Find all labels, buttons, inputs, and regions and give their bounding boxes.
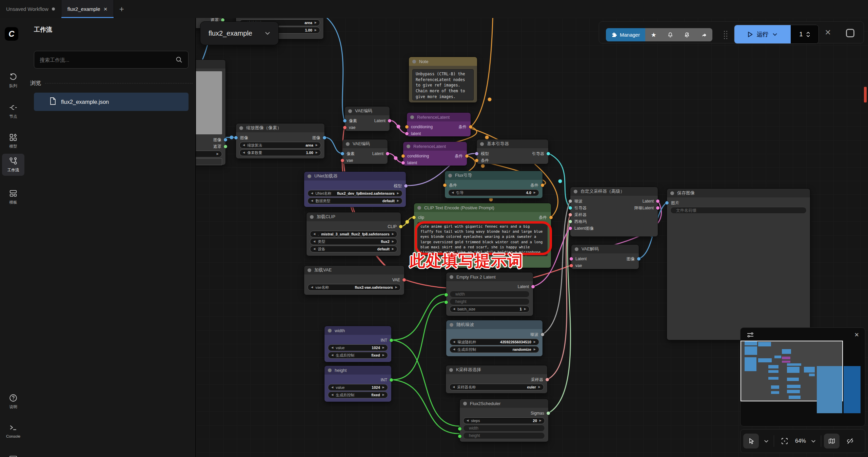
output-slot[interactable] xyxy=(402,278,406,282)
collapse-dot-icon[interactable] xyxy=(575,247,578,251)
pointer-tool-button[interactable] xyxy=(743,434,759,449)
input-slot[interactable] xyxy=(570,257,573,261)
node-header[interactable]: K采样器选择 xyxy=(446,365,547,374)
widget-right-arrow-icon[interactable]: ▶ xyxy=(538,386,540,388)
collapse-dot-icon[interactable] xyxy=(480,142,484,146)
widget-生成后控制[interactable]: ◀生成后控制fixed▶ xyxy=(328,352,388,359)
output-slot[interactable] xyxy=(637,257,640,261)
minimap-toggle-button[interactable] xyxy=(824,434,840,449)
collapse-dot-icon[interactable] xyxy=(448,174,452,177)
widget-生成后控制[interactable]: ◀生成后控制randomize▶ xyxy=(450,346,539,353)
node-header[interactable]: ReferenceLatent xyxy=(407,113,471,121)
manager-button[interactable]: Manager xyxy=(606,28,645,41)
minimap-settings-icon[interactable] xyxy=(747,332,754,339)
input-slot[interactable] xyxy=(570,264,573,267)
widget-缩放算法[interactable]: ◀缩放算法area▶ xyxy=(239,142,321,149)
output-slot[interactable] xyxy=(386,152,389,155)
collapse-dot-icon[interactable] xyxy=(328,368,332,372)
node-reference-latent-1[interactable]: ReferenceLatentconditioning条件latent xyxy=(407,112,471,137)
node-header[interactable]: Flux2Scheduler xyxy=(460,399,548,408)
input-slot[interactable] xyxy=(569,206,572,210)
input-slot[interactable] xyxy=(401,154,405,158)
node-header[interactable]: ReferenceLatent xyxy=(403,142,467,151)
reroute-dot[interactable] xyxy=(488,98,492,101)
new-tab-button[interactable]: + xyxy=(114,0,130,18)
output-slot[interactable] xyxy=(224,145,227,148)
widget-left-arrow-icon[interactable]: ◀ xyxy=(453,386,455,388)
tab-unsaved-workflow[interactable]: Unsaved Workflow xyxy=(0,0,61,18)
node-header[interactable]: 自定义采样器（高级） xyxy=(570,187,658,196)
input-slot[interactable] xyxy=(569,227,572,230)
widget-left-arrow-icon[interactable]: ◀ xyxy=(331,386,333,389)
collapse-dot-icon[interactable] xyxy=(308,268,311,272)
widget-left-arrow-icon[interactable]: ◀ xyxy=(331,346,333,349)
input-slot[interactable] xyxy=(458,435,461,438)
reroute-dot[interactable] xyxy=(558,179,562,183)
input-slot[interactable] xyxy=(569,220,572,223)
bell-icon[interactable] xyxy=(668,32,673,38)
widget-left-arrow-icon[interactable]: ◀ xyxy=(331,354,333,357)
widget-left-arrow-icon[interactable]: ◀ xyxy=(453,341,455,343)
widget-采样器名称[interactable]: ◀采样器名称euler▶ xyxy=(449,384,544,391)
close-icon[interactable]: × xyxy=(825,26,831,38)
sidebar-item-shortcuts[interactable]: Shortcuts xyxy=(2,451,24,457)
widget-类型[interactable]: ◀类型flux2▶ xyxy=(310,238,397,245)
collapse-dot-icon[interactable] xyxy=(310,215,314,219)
collapse-dot-icon[interactable] xyxy=(412,60,416,63)
minimap-close-icon[interactable]: × xyxy=(854,330,859,339)
widget-left-arrow-icon[interactable]: ◀ xyxy=(313,240,315,243)
collapse-dot-icon[interactable] xyxy=(670,191,674,195)
widget-.[interactable]: ◀.mistral_3_small_flux2_fp8.safetensors▶ xyxy=(310,231,397,237)
bell-slash-icon[interactable] xyxy=(684,32,690,38)
collapse-dot-icon[interactable] xyxy=(450,275,453,279)
output-slot[interactable] xyxy=(323,136,326,139)
widget-right-arrow-icon[interactable]: ▶ xyxy=(534,191,536,194)
node-header[interactable]: 随机噪波 xyxy=(446,320,542,329)
node-vae-encode-1[interactable]: VAE编码像素Latentvae xyxy=(344,106,390,131)
input-slot[interactable] xyxy=(405,132,409,135)
input-slot[interactable] xyxy=(445,301,448,304)
widget-right-arrow-icon[interactable]: ▶ xyxy=(382,394,384,396)
side-panel-handle[interactable] xyxy=(864,87,867,102)
widget-right-arrow-icon[interactable]: ▶ xyxy=(524,308,526,310)
comfyui-logo[interactable]: C xyxy=(5,27,18,41)
input-slot[interactable] xyxy=(475,152,478,155)
widget-left-arrow-icon[interactable]: ◀ xyxy=(313,233,315,235)
output-slot[interactable] xyxy=(656,206,659,210)
output-slot[interactable] xyxy=(224,138,227,141)
collapse-dot-icon[interactable] xyxy=(239,126,243,130)
input-slot[interactable] xyxy=(412,216,416,219)
output-slot[interactable] xyxy=(390,378,393,382)
node-header[interactable]: UNet加载器 xyxy=(304,172,406,180)
sidebar-item-models[interactable]: 模型 xyxy=(2,130,24,152)
node-header[interactable]: CLIP Text Encode (Positive Prompt) xyxy=(414,203,551,212)
node-flux-guidance[interactable]: Flux引导条件条件◀引导4.0▶ xyxy=(445,171,543,198)
reroute-dot[interactable] xyxy=(485,136,489,139)
output-slot[interactable] xyxy=(390,339,393,342)
node-header[interactable]: height xyxy=(324,366,391,375)
input-slot[interactable] xyxy=(343,126,347,129)
toolbar-drag-handle[interactable] xyxy=(724,31,728,39)
reroute-dot[interactable] xyxy=(394,156,398,160)
widget-right-arrow-icon[interactable]: ▶ xyxy=(392,233,394,235)
node-sampler-custom[interactable]: 自定义采样器（高级）噪波Latent引导器降噪Latent采样器西格玛Laten… xyxy=(570,187,658,237)
zoom-level[interactable]: 64% xyxy=(795,438,806,444)
node-button[interactable] xyxy=(196,158,222,165)
widget-right-arrow-icon[interactable]: ▶ xyxy=(397,192,399,195)
output-slot[interactable] xyxy=(541,333,544,336)
output-slot[interactable] xyxy=(531,285,535,288)
node-ksampler-select[interactable]: K采样器选择采样器◀采样器名称euler▶ xyxy=(446,365,548,394)
minimap-panel[interactable]: × xyxy=(740,327,865,426)
widget-right-arrow-icon[interactable]: ▶ xyxy=(392,248,394,250)
node-vae-encode-2[interactable]: VAE编码像素Latentvae xyxy=(342,139,388,164)
widget-batch_size[interactable]: ◀batch_size1▶ xyxy=(450,306,530,312)
output-slot[interactable] xyxy=(465,154,469,158)
widget-vae名称[interactable]: ◀vae名称flux2-vae.safetensors▶ xyxy=(308,284,401,291)
tool-dropdown-icon[interactable] xyxy=(762,434,771,449)
node-header[interactable]: Flux引导 xyxy=(445,171,542,180)
node-header[interactable]: VAE编码 xyxy=(342,139,388,148)
widget-left-arrow-icon[interactable]: ◀ xyxy=(331,394,333,396)
widget-像素数量[interactable]: ◀像素数量1.00▶ xyxy=(239,149,321,156)
node-width[interactable]: widthINT◀value1024▶◀生成后控制fixed▶ xyxy=(324,326,392,362)
node-empty-latent[interactable]: Empty Flux 2 LatentLatentwidthheight◀bat… xyxy=(446,272,533,316)
